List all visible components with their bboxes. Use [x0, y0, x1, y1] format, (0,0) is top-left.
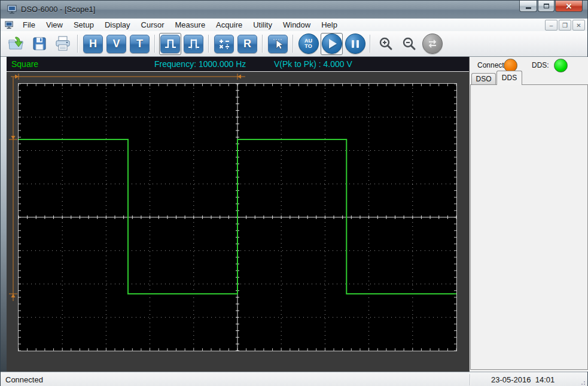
- math-operators-icon: [214, 35, 234, 53]
- menu-display[interactable]: Display: [99, 19, 136, 31]
- toolbar: H V T: [1, 31, 587, 57]
- toolbar-separator: [208, 35, 209, 53]
- toolbar-separator: [262, 35, 263, 53]
- menu-setup[interactable]: Setup: [68, 19, 99, 31]
- connection-status: Connected: [5, 375, 43, 384]
- statusbar-divider: [470, 374, 471, 385]
- dds-tab-page: [470, 84, 588, 370]
- close-icon: ✕: [566, 2, 572, 11]
- printer-icon: [54, 36, 71, 51]
- auto-icon: AUTO: [298, 34, 319, 54]
- resize-grip[interactable]: [579, 379, 586, 386]
- maximize-button[interactable]: [538, 1, 555, 12]
- t-letter-icon: T: [130, 35, 150, 53]
- auto-setup-button[interactable]: AUTO: [297, 33, 319, 55]
- math-button[interactable]: [213, 33, 235, 55]
- app-window: DSO-6000 - [Scope1] ✕ File View Setup Di…: [0, 0, 588, 386]
- r-letter-icon: R: [237, 35, 257, 53]
- menu-cursor[interactable]: Cursor: [136, 19, 170, 31]
- transfer-button[interactable]: [421, 33, 443, 55]
- reference-button[interactable]: R: [236, 33, 258, 55]
- datetime-display: 23-05-2016 14:01: [491, 375, 555, 384]
- title-bar[interactable]: DSO-6000 - [Scope1] ✕: [1, 1, 587, 19]
- menu-measure[interactable]: Measure: [170, 19, 211, 31]
- minimize-button[interactable]: [519, 1, 537, 12]
- vertical-button[interactable]: V: [105, 33, 127, 55]
- menu-window[interactable]: Window: [278, 19, 316, 31]
- mdi-restore-button[interactable]: ❐: [559, 20, 571, 31]
- menu-acquire[interactable]: Acquire: [211, 19, 248, 31]
- zoom-out-icon: [401, 36, 417, 51]
- status-bar: Connected 23-05-2016 14:01: [1, 372, 587, 386]
- h-letter-icon: H: [83, 35, 103, 53]
- swap-arrows-icon: [422, 34, 443, 54]
- toolbar-separator: [293, 35, 294, 53]
- vpk-readout: V(Pk to Pk) : 4.000 V: [274, 59, 352, 69]
- horizontal-button[interactable]: H: [82, 33, 104, 55]
- mdi-close-button[interactable]: ✕: [572, 20, 585, 31]
- menu-help[interactable]: Help: [316, 19, 343, 31]
- menu-utility[interactable]: Utility: [248, 19, 278, 31]
- close-button[interactable]: ✕: [555, 1, 583, 12]
- tab-dds[interactable]: DDS: [496, 71, 522, 85]
- client-area: Square Frequency: 1000.000 Hz V(Pk to Pk…: [1, 57, 587, 372]
- print-button[interactable]: [51, 33, 74, 55]
- zoom-in-button[interactable]: [374, 33, 397, 55]
- dds-label: DDS:: [532, 61, 549, 69]
- run-button[interactable]: [321, 33, 343, 55]
- toolbar-separator: [370, 35, 371, 53]
- save-button[interactable]: [28, 33, 50, 55]
- menu-bar: File View Setup Display Cursor Measure A…: [1, 19, 587, 32]
- window-title: DSO-6000 - [Scope1]: [21, 5, 95, 14]
- open-folder-icon: [8, 36, 25, 51]
- zoom-out-button[interactable]: [398, 33, 420, 55]
- square-wave-icon: [160, 35, 180, 53]
- square-wave-alt-button[interactable]: [182, 33, 205, 55]
- scope-window: Square Frequency: 1000.000 Hz V(Pk to Pk…: [7, 57, 469, 372]
- pause-button[interactable]: [344, 33, 366, 55]
- maximize-icon: [544, 4, 549, 8]
- square-wave-button[interactable]: [159, 33, 181, 55]
- cursor-measure-button[interactable]: [267, 33, 289, 55]
- control-panel: Connect: DDS: DSO DDS ✓ On / Off Single …: [469, 57, 588, 372]
- trigger-button[interactable]: T: [129, 33, 151, 55]
- minimize-icon: [526, 7, 531, 9]
- mdi-child-icon[interactable]: [5, 21, 14, 29]
- pause-icon: [345, 34, 365, 54]
- pointer-icon: [268, 35, 288, 53]
- square-wave-dashed-icon: [184, 35, 203, 53]
- menu-view[interactable]: View: [41, 19, 68, 31]
- toolbar-separator: [154, 35, 156, 53]
- open-file-button[interactable]: [5, 33, 27, 55]
- tab-dso[interactable]: DSO: [471, 73, 496, 84]
- zoom-in-icon: [378, 36, 394, 51]
- measurement-readout-bar: Square Frequency: 1000.000 Hz V(Pk to Pk…: [7, 57, 469, 72]
- mdi-minimize-button[interactable]: –: [545, 20, 557, 31]
- v-letter-icon: V: [106, 35, 126, 53]
- connect-label: Connect:: [477, 61, 506, 69]
- dds-status-led: [554, 59, 568, 72]
- toolbar-separator: [77, 35, 78, 53]
- menu-file[interactable]: File: [17, 19, 41, 31]
- app-icon: [7, 5, 17, 14]
- frequency-readout: Frequency: 1000.000 Hz: [154, 59, 246, 69]
- wave-type-readout: Square: [11, 59, 38, 69]
- oscilloscope-display: [7, 72, 469, 371]
- floppy-disk-icon: [32, 36, 47, 51]
- play-icon: [322, 34, 342, 54]
